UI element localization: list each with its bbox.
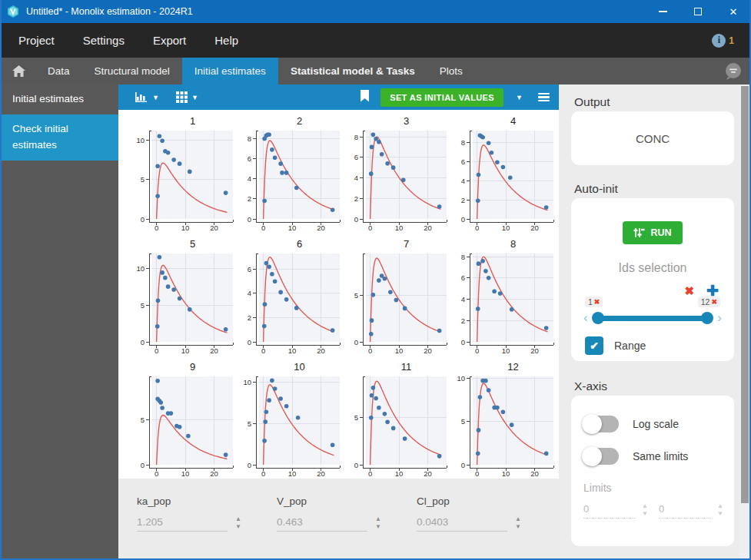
- chart-cell-12[interactable]: 12051001020: [452, 356, 559, 479]
- param-label-ka-pop: ka_pop: [137, 495, 251, 507]
- auto-init-section-title: Auto-init: [574, 182, 734, 196]
- x-axis-card: Log scale Same limits Limits ▲▼: [571, 396, 734, 546]
- tab-initial-estimates[interactable]: Initial estimates: [182, 58, 278, 84]
- tab-bar: Data Structural model Initial estimates …: [2, 58, 749, 84]
- svg-text:4: 4: [461, 295, 465, 303]
- tab-statistical-model-tasks[interactable]: Statistical model & Tasks: [278, 58, 427, 84]
- svg-text:5: 5: [461, 417, 465, 426]
- svg-text:5: 5: [141, 175, 145, 184]
- set-as-initial-values-button[interactable]: SET AS INITIAL VALUES: [380, 88, 503, 107]
- bookmark-icon[interactable]: [360, 90, 370, 105]
- close-button[interactable]: ✕: [716, 0, 751, 23]
- menu-settings[interactable]: Settings: [83, 34, 125, 47]
- chart-cell-8[interactable]: 80246801020: [452, 233, 559, 356]
- charts-grid: 1051001020202468010203024680102040246801…: [118, 110, 559, 479]
- svg-text:6: 6: [354, 153, 358, 161]
- plot-type-button[interactable]: ▼: [135, 92, 159, 102]
- main-area: ▼ ▼ SET AS INITIAL VALUES ▼ 105100102020…: [118, 84, 559, 558]
- slider-right-chevron[interactable]: ›: [717, 310, 722, 326]
- svg-text:0: 0: [248, 461, 251, 469]
- home-icon[interactable]: [2, 58, 35, 84]
- chart-cell-10[interactable]: 10051001020: [238, 356, 345, 479]
- minimize-button[interactable]: [645, 0, 680, 23]
- info-icon[interactable]: i: [712, 34, 726, 48]
- param-stepper-ka-pop[interactable]: ▲▼: [235, 515, 241, 531]
- tab-data[interactable]: Data: [35, 58, 82, 84]
- log-scale-toggle[interactable]: [583, 416, 619, 432]
- range-checkbox[interactable]: ✔: [585, 336, 603, 355]
- svg-text:0: 0: [141, 461, 145, 469]
- feedback-bubble-icon[interactable]: [723, 58, 749, 84]
- param-input-ka-pop[interactable]: [137, 515, 228, 532]
- same-limits-label: Same limits: [633, 450, 688, 462]
- plot-toolbar: ▼ ▼ SET AS INITIAL VALUES ▼: [118, 84, 559, 110]
- chart-cell-4[interactable]: 40246801020: [452, 110, 559, 233]
- slider-handle-min[interactable]: [592, 312, 604, 324]
- window-title: Untitled* - Monolix estimation - 2024R1: [26, 6, 193, 17]
- chart-cell-1[interactable]: 1051001020: [131, 110, 238, 233]
- svg-text:10: 10: [136, 264, 145, 273]
- menu-help[interactable]: Help: [214, 34, 238, 47]
- slider-left-chevron[interactable]: ‹: [583, 310, 588, 326]
- menu-export[interactable]: Export: [153, 34, 186, 47]
- ids-range-slider[interactable]: [592, 312, 714, 324]
- maximize-button[interactable]: [680, 0, 716, 23]
- svg-text:0: 0: [461, 461, 465, 469]
- remove-min-icon[interactable]: ✖: [594, 298, 600, 306]
- chart-title: 4: [452, 115, 559, 127]
- chart-svg: 0246801020: [452, 127, 559, 231]
- x-limit-min-stepper[interactable]: ▲▼: [642, 502, 648, 518]
- svg-text:0: 0: [354, 338, 358, 346]
- svg-text:10: 10: [395, 224, 404, 231]
- clear-selection-icon[interactable]: ✖: [685, 284, 695, 298]
- chart-svg: 0501020: [131, 373, 238, 477]
- param-stepper-v-pop[interactable]: ▲▼: [375, 515, 381, 531]
- sidebar-item-initial-estimates[interactable]: Initial estimates: [2, 84, 118, 114]
- scrollbar-thumb[interactable]: [741, 86, 749, 503]
- svg-text:0: 0: [155, 346, 158, 354]
- tab-plots[interactable]: Plots: [427, 58, 475, 84]
- svg-text:20: 20: [317, 224, 325, 231]
- menu-project[interactable]: Project: [18, 34, 55, 47]
- svg-text:20: 20: [530, 469, 539, 477]
- slider-handle-max[interactable]: [701, 312, 713, 324]
- svg-text:20: 20: [424, 224, 432, 231]
- panel-scrollbar[interactable]: [739, 84, 749, 558]
- svg-text:4: 4: [354, 174, 358, 182]
- menu-hamburger-icon[interactable]: [538, 93, 550, 102]
- remove-max-icon[interactable]: ✖: [711, 298, 717, 306]
- chart-cell-6[interactable]: 6024601020: [238, 233, 345, 356]
- chart-svg: 051001020: [131, 250, 238, 354]
- svg-text:6: 6: [248, 154, 251, 163]
- chart-cell-3[interactable]: 30246801020: [345, 110, 452, 233]
- svg-text:5: 5: [141, 416, 145, 424]
- svg-text:20: 20: [317, 346, 325, 354]
- svg-text:0: 0: [475, 469, 479, 477]
- svg-text:10: 10: [288, 224, 297, 231]
- svg-text:10: 10: [288, 469, 297, 477]
- svg-text:20: 20: [530, 346, 539, 354]
- add-selection-icon[interactable]: ✚: [706, 286, 719, 297]
- grid-icon: [176, 91, 188, 103]
- notifications[interactable]: i 1: [712, 34, 734, 48]
- chevron-down-icon[interactable]: ▼: [516, 94, 523, 101]
- tab-structural-model[interactable]: Structural model: [82, 58, 182, 84]
- same-limits-toggle[interactable]: [583, 448, 619, 465]
- chart-cell-2[interactable]: 20246801020: [238, 110, 345, 233]
- chart-cell-7[interactable]: 70501020: [345, 233, 452, 356]
- x-limit-max-input[interactable]: [659, 502, 711, 519]
- param-input-cl-pop[interactable]: [417, 515, 507, 532]
- param-label-cl-pop: Cl_pop: [417, 495, 530, 507]
- chart-cell-5[interactable]: 5051001020: [131, 233, 238, 356]
- run-button[interactable]: RUN: [623, 221, 682, 244]
- param-input-v-pop[interactable]: [277, 515, 367, 532]
- sidebar-item-check-initial-estimates[interactable]: Check initial estimates: [2, 114, 118, 161]
- grid-layout-button[interactable]: ▼: [176, 91, 198, 103]
- svg-text:10: 10: [502, 469, 510, 477]
- x-limit-max-stepper[interactable]: ▲▼: [717, 502, 723, 518]
- svg-text:0: 0: [368, 346, 372, 354]
- param-stepper-cl-pop[interactable]: ▲▼: [515, 515, 521, 531]
- chart-cell-11[interactable]: 110501020: [345, 356, 452, 479]
- x-limit-min-input[interactable]: [583, 502, 636, 519]
- chart-cell-9[interactable]: 90501020: [131, 356, 238, 479]
